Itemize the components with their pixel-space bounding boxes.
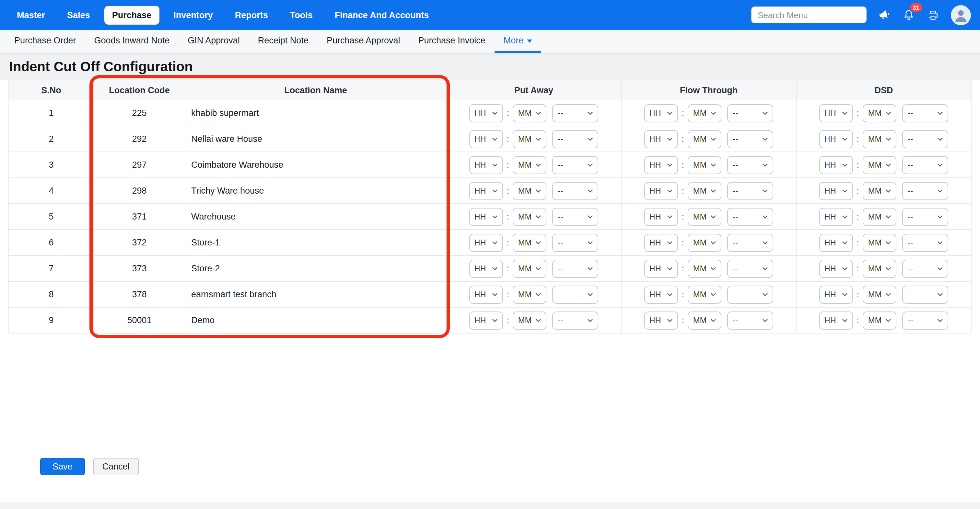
flow-through-minute-select[interactable]: MM	[688, 233, 722, 252]
dsd-hour-select[interactable]: HH	[819, 182, 853, 200]
flow-through-hour-select[interactable]: HH	[644, 208, 678, 226]
put-away-meridiem-select[interactable]: --	[552, 311, 598, 329]
flow-through-minute-select[interactable]: MM	[688, 130, 722, 148]
dsd-hour-select[interactable]: HH	[819, 233, 853, 252]
dsd-hour-select[interactable]: HH	[819, 156, 853, 174]
put-away-hour-select[interactable]: HH	[469, 156, 503, 174]
dsd-meridiem-select[interactable]: --	[902, 233, 948, 252]
flow-through-meridiem-select[interactable]: --	[727, 311, 773, 329]
flow-through-minute-select[interactable]: MM	[688, 285, 722, 303]
dsd-minute-select[interactable]: MM	[863, 259, 897, 277]
put-away-hour-select[interactable]: HH	[469, 233, 503, 252]
topnav-item-sales[interactable]: Sales	[59, 5, 98, 24]
flow-through-minute-select[interactable]: MM	[688, 104, 722, 122]
put-away-minute-select[interactable]: MM	[513, 156, 547, 174]
dsd-minute-select[interactable]: MM	[863, 311, 897, 329]
topnav-item-reports[interactable]: Reports	[227, 5, 276, 24]
put-away-meridiem-select[interactable]: --	[552, 156, 598, 174]
put-away-hour-select[interactable]: HH	[469, 104, 503, 122]
printer-icon[interactable]	[927, 9, 939, 21]
flow-through-minute-select[interactable]: MM	[688, 208, 722, 226]
save-button[interactable]: Save	[40, 458, 85, 475]
flow-through-meridiem-select[interactable]: --	[727, 208, 773, 226]
dsd-meridiem-select[interactable]: --	[902, 130, 948, 148]
search-input[interactable]	[751, 6, 867, 23]
dsd-minute-select[interactable]: MM	[863, 104, 897, 122]
put-away-meridiem-select[interactable]: --	[552, 285, 598, 303]
flow-through-minute-select[interactable]: MM	[688, 156, 722, 174]
dsd-minute-select[interactable]: MM	[863, 233, 897, 252]
topnav-item-purchase[interactable]: Purchase	[104, 5, 159, 24]
put-away-meridiem-select[interactable]: --	[552, 208, 598, 226]
subnav-item-purchase-order[interactable]: Purchase Order	[5, 30, 85, 53]
dsd-meridiem-select[interactable]: --	[902, 208, 948, 226]
subnav-item-purchase-approval[interactable]: Purchase Approval	[318, 30, 409, 53]
flow-through-meridiem-select[interactable]: --	[727, 233, 773, 252]
put-away-minute-select[interactable]: MM	[513, 285, 547, 303]
put-away-minute-select[interactable]: MM	[513, 311, 547, 329]
dsd-minute-select[interactable]: MM	[863, 285, 897, 303]
put-away-minute-select[interactable]: MM	[513, 130, 547, 148]
put-away-minute-select[interactable]: MM	[513, 104, 547, 122]
flow-through-minute-select[interactable]: MM	[688, 259, 722, 277]
dsd-minute-select[interactable]: MM	[863, 182, 897, 200]
topnav-item-inventory[interactable]: Inventory	[165, 5, 221, 24]
bell-icon[interactable]: 31	[902, 8, 915, 21]
flow-through-minute-select[interactable]: MM	[688, 182, 722, 200]
put-away-hour-select[interactable]: HH	[469, 259, 503, 277]
flow-through-hour-select[interactable]: HH	[644, 311, 678, 329]
put-away-hour-select[interactable]: HH	[469, 130, 503, 148]
dsd-minute-select[interactable]: MM	[863, 208, 897, 226]
user-avatar[interactable]	[951, 5, 971, 25]
put-away-hour-select[interactable]: HH	[469, 208, 503, 226]
flow-through-meridiem-select[interactable]: --	[727, 259, 773, 277]
put-away-minute-select[interactable]: MM	[513, 259, 547, 277]
dsd-hour-select[interactable]: HH	[819, 259, 853, 277]
put-away-hour-select[interactable]: HH	[469, 182, 503, 200]
put-away-meridiem-select[interactable]: --	[552, 104, 598, 122]
flow-through-hour-select[interactable]: HH	[644, 182, 678, 200]
put-away-minute-select[interactable]: MM	[513, 182, 547, 200]
megaphone-icon[interactable]	[878, 9, 891, 21]
dsd-hour-select[interactable]: HH	[819, 285, 853, 303]
topnav-item-finance-and-accounts[interactable]: Finance And Accounts	[327, 5, 437, 24]
put-away-hour-select[interactable]: HH	[469, 285, 503, 303]
dsd-meridiem-select[interactable]: --	[902, 182, 948, 200]
subnav-item-goods-inward-note[interactable]: Goods Inward Note	[85, 30, 179, 53]
dsd-meridiem-select[interactable]: --	[902, 285, 948, 303]
flow-through-meridiem-select[interactable]: --	[727, 104, 773, 122]
dsd-hour-select[interactable]: HH	[819, 208, 853, 226]
put-away-minute-select[interactable]: MM	[513, 208, 547, 226]
topnav-item-tools[interactable]: Tools	[282, 5, 320, 24]
dsd-hour-select[interactable]: HH	[819, 130, 853, 148]
dsd-minute-select[interactable]: MM	[863, 156, 897, 174]
horizontal-scrollbar[interactable]	[0, 503, 980, 509]
put-away-meridiem-select[interactable]: --	[552, 182, 598, 200]
subnav-item-more[interactable]: More	[495, 30, 541, 53]
flow-through-meridiem-select[interactable]: --	[727, 130, 773, 148]
flow-through-meridiem-select[interactable]: --	[727, 182, 773, 200]
subnav-item-purchase-invoice[interactable]: Purchase Invoice	[409, 30, 495, 53]
dsd-meridiem-select[interactable]: --	[902, 156, 948, 174]
dsd-hour-select[interactable]: HH	[819, 311, 853, 329]
put-away-meridiem-select[interactable]: --	[552, 259, 598, 277]
put-away-minute-select[interactable]: MM	[513, 233, 547, 252]
flow-through-hour-select[interactable]: HH	[644, 156, 678, 174]
dsd-meridiem-select[interactable]: --	[902, 259, 948, 277]
put-away-hour-select[interactable]: HH	[469, 311, 503, 329]
flow-through-hour-select[interactable]: HH	[644, 233, 678, 252]
topnav-item-master[interactable]: Master	[9, 5, 53, 24]
flow-through-hour-select[interactable]: HH	[644, 130, 678, 148]
flow-through-hour-select[interactable]: HH	[644, 285, 678, 303]
flow-through-meridiem-select[interactable]: --	[727, 285, 773, 303]
flow-through-minute-select[interactable]: MM	[688, 311, 722, 329]
put-away-meridiem-select[interactable]: --	[552, 233, 598, 252]
dsd-hour-select[interactable]: HH	[819, 104, 853, 122]
dsd-meridiem-select[interactable]: --	[902, 104, 948, 122]
subnav-item-gin-approval[interactable]: GIN Approval	[178, 30, 249, 53]
cancel-button[interactable]: Cancel	[93, 458, 139, 475]
dsd-minute-select[interactable]: MM	[863, 130, 897, 148]
put-away-meridiem-select[interactable]: --	[552, 130, 598, 148]
subnav-item-receipt-note[interactable]: Receipt Note	[249, 30, 318, 53]
flow-through-hour-select[interactable]: HH	[644, 104, 678, 122]
